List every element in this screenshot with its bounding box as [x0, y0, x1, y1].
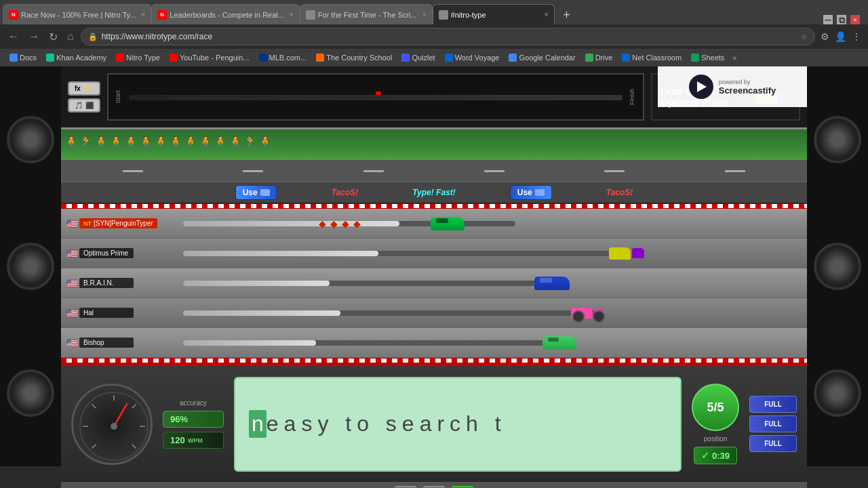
full-button-3[interactable]: FULL [749, 435, 797, 452]
url-input[interactable]: 🔒 https://www.nitrotype.com/race ☆ [81, 28, 815, 45]
tab-4[interactable]: #nitro-type × [433, 4, 555, 24]
racer-1-progress-fill [183, 221, 399, 226]
full-button-1[interactable]: FULL [749, 396, 797, 413]
arrow-3: ◆ [342, 218, 349, 229]
powerup-icon-left [260, 189, 270, 196]
screencastify-watermark: powered by Screencastify [658, 66, 807, 107]
type-fast-label: Type! Fast! [412, 188, 456, 197]
extensions-button[interactable]: ⚙ [819, 30, 831, 43]
racer-row-4: 🇺🇸 Hal [61, 298, 807, 328]
svg-line-3 [92, 404, 96, 408]
crowd-14: 🧍 [258, 135, 272, 148]
track-progress-line [129, 97, 623, 98]
restore-button[interactable]: ⧉ [837, 15, 846, 24]
arrow-2: ◆ [330, 218, 338, 229]
new-tab-button[interactable]: + [557, 5, 576, 24]
bookmark-khan[interactable]: Khan Academy [42, 52, 111, 63]
bookmark-drive-label: Drive [595, 54, 613, 62]
bookmark-country-label: The Country School [326, 54, 392, 62]
powerup-row: Use TacoS! Type! Fast! Use TacoS! [61, 182, 807, 203]
bottom-toolbar: ⊞ ↺ ▣ [61, 482, 807, 488]
wpm-value: 120 [170, 435, 185, 445]
racer-2-car [609, 247, 644, 260]
racer-3-flag: 🇺🇸 [66, 278, 78, 289]
screencastify-powered-by: powered by [719, 79, 776, 85]
racer-2-badge: Optimus Prime [79, 248, 134, 258]
position-label: position [704, 435, 727, 443]
use-right-button[interactable]: Use [510, 185, 552, 200]
racer-4-progress-fill [183, 310, 340, 316]
back-button[interactable]: ← [5, 29, 22, 44]
controls-panel: fx ⚡ 🎵 ⬛ [68, 81, 100, 113]
bookmark-quizlet[interactable]: Quizlet [397, 52, 439, 63]
close-button[interactable]: × [850, 15, 860, 24]
racer-5-badge: Bishop [79, 338, 134, 348]
typing-area[interactable]: n easy to search t [234, 377, 682, 472]
crowd-11: 🧍 [214, 135, 227, 148]
race-scene: 🧍 🏃 🧍 🧍 🧍 🧍 🧍 🧍 🧍 🧍 🧍 🧍 🏃 🧍 [61, 127, 807, 182]
bookmark-mlb[interactable]: MLB.com... [255, 52, 311, 63]
tab-favicon-4 [439, 10, 448, 20]
bookmark-nitro[interactable]: Nitro Type [112, 52, 164, 63]
track-display: Start Finish [107, 73, 644, 121]
track-start-label: Start [115, 90, 121, 103]
fx-button[interactable]: fx ⚡ [68, 81, 100, 96]
road-stripe-4 [484, 170, 505, 172]
screencastify-brand: Screencastify [719, 85, 776, 96]
fx-icon: fx [75, 85, 81, 92]
racer-2-progress-fill [183, 251, 378, 256]
timer-icon: ✓ [701, 450, 709, 461]
wpm-badge: 120 WPM [163, 432, 224, 449]
home-button[interactable]: ⌂ [64, 29, 77, 44]
racer-5-progress-track [183, 340, 563, 346]
road-stripe-2 [243, 170, 263, 172]
svg-line-8 [114, 404, 127, 426]
use-left-button[interactable]: Use [235, 185, 277, 200]
bookmark-docs[interactable]: Docs [5, 52, 41, 63]
bookmark-sheets[interactable]: Sheets [687, 52, 728, 63]
screencastify-play-icon [697, 81, 707, 92]
bookmark-country[interactable]: The Country School [312, 52, 396, 63]
bookmark-netclassroom[interactable]: Net Classroom [618, 52, 686, 63]
game-outer-wrapper: powered by Screencastify fx ⚡ 🎵 ⬛ Start [0, 66, 868, 466]
bookmark-drive[interactable]: Drive [581, 52, 617, 63]
tab-close-3[interactable]: × [422, 11, 427, 18]
road-stripe-6 [725, 170, 745, 172]
bookmark-quizlet-label: Quizlet [412, 54, 435, 62]
profile-button[interactable]: 👤 [833, 30, 848, 43]
road-stripe-5 [604, 170, 625, 172]
bookmark-wordvoyage[interactable]: Word Voyage [441, 52, 504, 63]
tab-1[interactable]: N Race Now - 100% Free | Nitro Ty... × [3, 4, 151, 24]
use-left-label: Use [243, 188, 258, 197]
address-bar: ← → ↻ ⌂ 🔒 https://www.nitrotype.com/race… [0, 24, 868, 49]
racer-2-name: Optimus Prime [83, 249, 128, 257]
wpm-unit: WPM [188, 437, 203, 444]
tab-2[interactable]: N Leaderboards - Compete in Real... × [151, 4, 300, 24]
timer-badge: ✓ 0:39 [694, 447, 737, 464]
reload-button[interactable]: ↻ [46, 29, 60, 45]
tab-close-4[interactable]: × [545, 11, 549, 18]
powerup-icon-right [535, 189, 545, 196]
tire-1 [7, 116, 54, 163]
racer-4-flag: 🇺🇸 [66, 308, 78, 319]
tire-4 [814, 116, 861, 163]
bookmark-gcal[interactable]: Google Calendar [505, 52, 579, 63]
tacos-left-label: TacoS! [332, 188, 359, 197]
forward-button[interactable]: → [26, 29, 42, 44]
bookmarks-more[interactable]: » [732, 54, 736, 62]
tab-close-1[interactable]: × [141, 11, 145, 18]
racer-5-progress-fill [183, 340, 316, 346]
bookmark-youtube[interactable]: YouTube - Penguin... [165, 52, 254, 63]
screencastify-logo [689, 75, 713, 99]
mlb-favicon [259, 54, 267, 62]
crowd-2: 🏃 [79, 135, 93, 148]
full-button-2[interactable]: FULL [749, 415, 797, 432]
minimize-button[interactable]: ─ [823, 15, 833, 24]
tab-3[interactable]: For the First Time - The Scri... × [300, 4, 433, 24]
more-button[interactable]: ⋮ [850, 30, 863, 43]
music-button[interactable]: 🎵 ⬛ [68, 98, 100, 113]
lock-icon: 🔒 [88, 33, 98, 41]
svg-line-1 [92, 444, 96, 448]
tab-close-2[interactable]: × [290, 11, 294, 18]
tab-label-1: Race Now - 100% Free | Nitro Ty... [21, 11, 136, 19]
